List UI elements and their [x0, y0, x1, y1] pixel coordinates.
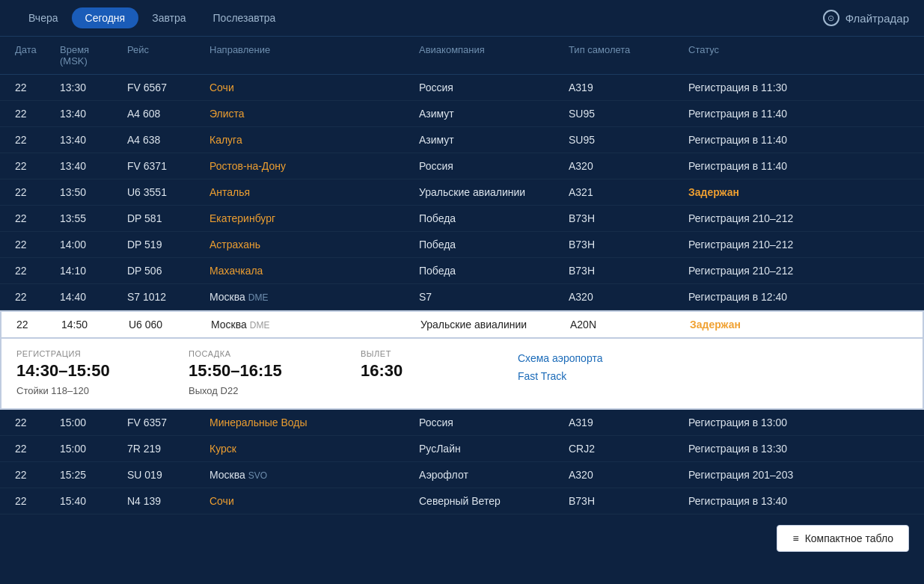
boarding-section: ПОСАДКА 15:50–16:15 Выход D22: [189, 349, 353, 396]
destination-link[interactable]: Сочи: [209, 82, 234, 93]
dest-sub: DME: [248, 292, 269, 303]
date: 22: [15, 108, 60, 120]
brand-icon: ⊙: [823, 10, 839, 26]
date: 22: [15, 291, 60, 303]
time: 13:55: [60, 212, 127, 224]
destination-link[interactable]: Астрахань: [209, 239, 260, 250]
date: 22: [15, 239, 60, 250]
destination: МоскваDME: [209, 291, 419, 303]
table-row[interactable]: 22 13:40 A4 638 Калуга Азимут SU95 Регис…: [0, 127, 924, 153]
flight-number: FV 6357: [127, 417, 209, 428]
date: 22: [15, 495, 60, 507]
table-row[interactable]: 22 14:00 DP 519 Астрахань Победа B73H Ре…: [0, 232, 924, 258]
gate-info: Выход D22: [189, 385, 353, 396]
status: Регистрация в 13:40: [688, 495, 909, 507]
header-destination: Направление: [209, 44, 419, 67]
airline: Россия: [419, 160, 569, 172]
airline: Победа: [419, 265, 569, 277]
table-row[interactable]: 22 13:30 FV 6567 Сочи Россия A319 Регист…: [0, 75, 924, 101]
status: Регистрация 210–212: [688, 265, 909, 277]
expand-links-section: Схема аэропорта Fast Track: [518, 349, 908, 396]
time: 15:40: [60, 495, 127, 507]
exp-flight: U6 060: [129, 319, 211, 331]
destination-link[interactable]: Элиста: [209, 108, 245, 120]
header-time: Время(MSK): [60, 44, 127, 67]
aircraft-type: A320: [569, 160, 688, 172]
table-row[interactable]: 22 13:40 A4 608 Элиста Азимут SU95 Регис…: [0, 101, 924, 127]
destination-link[interactable]: Ростов-на-Дону: [209, 160, 286, 172]
exp-airline: Уральские авиалинии: [420, 319, 570, 331]
table-row[interactable]: 22 14:10 DP 506 Махачкала Победа B73H Ре…: [0, 258, 924, 284]
compact-label: Компактное табло: [805, 532, 893, 544]
departure-section: ВЫЛЕТ 16:30: [361, 349, 510, 396]
nav-today[interactable]: Сегодня: [72, 7, 139, 28]
departure-label: ВЫЛЕТ: [361, 349, 510, 358]
aircraft-type: B73H: [569, 239, 688, 250]
flight-number: A4 638: [127, 134, 209, 146]
destination-text: Москва: [209, 469, 245, 481]
destination-link[interactable]: Махачкала: [209, 265, 263, 277]
table-row[interactable]: 22 14:40 S7 1012 МоскваDME S7 A320 Регис…: [0, 284, 924, 310]
nav-tomorrow[interactable]: Завтра: [138, 7, 199, 28]
status: Регистрация в 11:40: [688, 134, 909, 146]
exp-date: 22: [16, 319, 61, 331]
exp-status: Задержан: [690, 319, 908, 331]
destination-link[interactable]: Анталья: [209, 186, 250, 198]
status: Регистрация в 11:30: [688, 82, 909, 93]
table-row[interactable]: 22 15:00 7R 219 Курск РусЛайн CRJ2 Регис…: [0, 436, 924, 462]
expanded-flight-row[interactable]: 22 14:50 U6 060 МоскваDME Уральские авиа…: [0, 310, 924, 337]
exp-destination: МоскваDME: [211, 319, 420, 331]
table-row[interactable]: 22 15:00 FV 6357 Минеральные Воды Россия…: [0, 410, 924, 436]
compact-table-button[interactable]: ≡ Компактное табло: [777, 525, 909, 552]
status: Регистрация в 13:30: [688, 443, 909, 455]
destination: Анталья: [209, 186, 419, 198]
destination: Курск: [209, 443, 419, 455]
destination: Махачкала: [209, 265, 419, 277]
flight-number: N4 139: [127, 495, 209, 507]
table-row[interactable]: 22 13:55 DP 581 Екатеринбург Победа B73H…: [0, 206, 924, 232]
bottom-bar: ≡ Компактное табло: [0, 514, 924, 562]
brand-name: Флайтрадар: [845, 12, 909, 25]
airline: РусЛайн: [419, 443, 569, 455]
destination-text: Москва: [209, 291, 245, 303]
flight-number: DP 506: [127, 265, 209, 277]
aircraft-type: SU95: [569, 134, 688, 146]
destination: Астрахань: [209, 239, 419, 250]
destination-link[interactable]: Курск: [209, 443, 236, 455]
date: 22: [15, 265, 60, 277]
boarding-time: 15:50–16:15: [189, 361, 353, 381]
expanded-detail: РЕГИСТРАЦИЯ 14:30–15:50 Стойки 118–120 П…: [0, 337, 924, 410]
airline: Северный Ветер: [419, 495, 569, 507]
destination: Ростов-на-Дону: [209, 160, 419, 172]
fast-track-link[interactable]: Fast Track: [518, 370, 908, 382]
status: Регистрация 201–203: [688, 469, 909, 481]
flight-number: FV 6567: [127, 82, 209, 93]
table-row[interactable]: 22 13:50 U6 3551 Анталья Уральские авиал…: [0, 179, 924, 206]
table-row[interactable]: 22 13:40 FV 6371 Ростов-на-Дону Россия A…: [0, 153, 924, 179]
table-row[interactable]: 22 15:40 N4 139 Сочи Северный Ветер B73H…: [0, 488, 924, 514]
destination-link[interactable]: Екатеринбург: [209, 212, 275, 224]
header-status: Статус: [688, 44, 909, 67]
flight-table: 22 13:30 FV 6567 Сочи Россия A319 Регист…: [0, 75, 924, 310]
airline: Победа: [419, 239, 569, 250]
aircraft-type: A319: [569, 417, 688, 428]
airline: S7: [419, 291, 569, 303]
destination: Калуга: [209, 134, 419, 146]
destination-link[interactable]: Калуга: [209, 134, 242, 146]
table-row[interactable]: 22 15:25 SU 019 МоскваSVO Аэрофлот A320 …: [0, 462, 924, 488]
aircraft-type: B73H: [569, 495, 688, 507]
flight-number: S7 1012: [127, 291, 209, 303]
status: Регистрация в 11:40: [688, 108, 909, 120]
airline: Россия: [419, 82, 569, 93]
aircraft-type: SU95: [569, 108, 688, 120]
destination-link[interactable]: Минеральные Воды: [209, 417, 308, 428]
brand-logo: ⊙ Флайтрадар: [823, 10, 909, 26]
nav-day-after[interactable]: Послезавтра: [200, 7, 290, 28]
date: 22: [15, 82, 60, 93]
nav-yesterday[interactable]: Вчера: [15, 7, 72, 28]
airport-map-link[interactable]: Схема аэропорта: [518, 352, 908, 364]
destination-link[interactable]: Сочи: [209, 495, 234, 507]
header-airline: Авиакомпания: [419, 44, 569, 67]
registration-label: РЕГИСТРАЦИЯ: [16, 349, 181, 358]
flight-number: DP 519: [127, 239, 209, 250]
